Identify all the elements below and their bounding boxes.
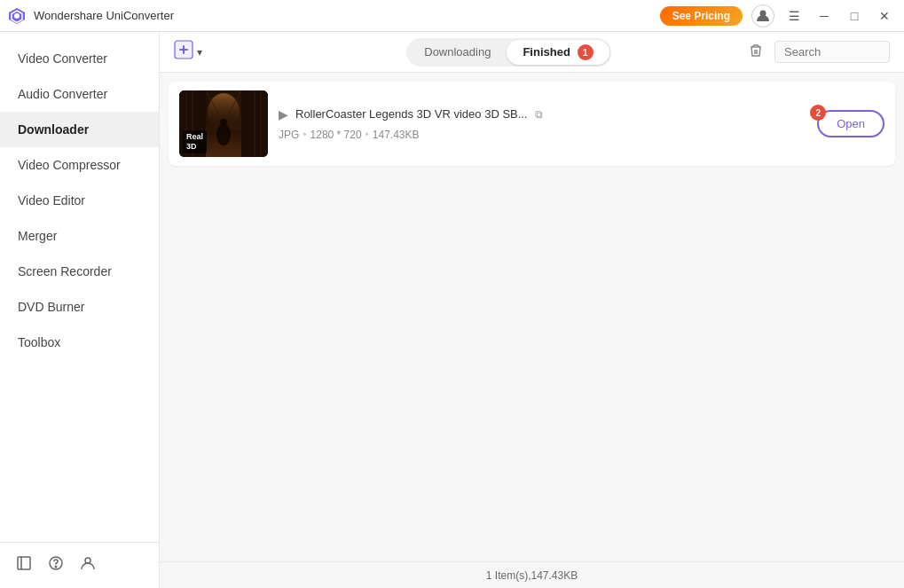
book-icon[interactable] bbox=[16, 555, 32, 576]
external-link-icon[interactable]: ⧉ bbox=[535, 108, 543, 121]
download-list: Real 3D ▶ RollerCoaster Legends 3D VR vi… bbox=[160, 73, 904, 561]
content-area: ▾ Downloading Finished 1 bbox=[160, 32, 904, 588]
account-icon[interactable] bbox=[80, 555, 96, 576]
content-header: ▾ Downloading Finished 1 bbox=[160, 32, 904, 73]
menu-button[interactable]: ☰ bbox=[782, 4, 806, 28]
sidebar-item-video-editor[interactable]: Video Editor bbox=[0, 183, 159, 218]
search-input[interactable] bbox=[774, 41, 890, 63]
sidebar-item-screen-recorder[interactable]: Screen Recorder bbox=[0, 254, 159, 289]
finished-badge: 1 bbox=[578, 44, 593, 60]
add-chevron-icon: ▾ bbox=[197, 46, 202, 59]
video-play-icon: ▶ bbox=[279, 107, 288, 122]
svg-point-2 bbox=[14, 13, 20, 19]
sidebar-bottom bbox=[0, 542, 159, 588]
item-info: ▶ RollerCoaster Legends 3D VR video 3D S… bbox=[279, 107, 806, 141]
help-icon[interactable] bbox=[48, 555, 64, 576]
thumbnail-label: Real 3D bbox=[183, 130, 207, 153]
app-title: Wondershare UniConverter bbox=[34, 9, 660, 22]
open-button[interactable]: 2 Open bbox=[817, 110, 884, 137]
tab-group: Downloading Finished 1 bbox=[406, 38, 610, 67]
item-meta: JPG • 1280 * 720 • 147.43KB bbox=[279, 129, 806, 141]
meta-dot-2: • bbox=[366, 129, 369, 141]
svg-point-23 bbox=[216, 124, 231, 145]
add-download-button[interactable]: ▾ bbox=[174, 40, 202, 64]
tab-finished[interactable]: Finished 1 bbox=[507, 40, 609, 65]
meta-dot-1: • bbox=[303, 129, 306, 141]
header-right bbox=[744, 39, 890, 66]
thumbnail: Real 3D bbox=[179, 90, 268, 157]
item-resolution: 1280 * 720 bbox=[311, 129, 362, 141]
main-content: Video Converter Audio Converter Download… bbox=[0, 32, 904, 588]
see-pricing-button[interactable]: See Pricing bbox=[660, 6, 743, 26]
window-controls: ☰ ─ □ ✕ bbox=[782, 4, 897, 28]
item-size: 147.43KB bbox=[373, 129, 420, 141]
menu-icon: ☰ bbox=[789, 9, 800, 23]
sidebar-item-video-converter[interactable]: Video Converter bbox=[0, 41, 159, 76]
title-bar: Wondershare UniConverter See Pricing ☰ ─… bbox=[0, 0, 904, 32]
user-icon[interactable] bbox=[751, 4, 774, 27]
status-bar: 1 Item(s),147.43KB bbox=[160, 561, 904, 588]
maximize-icon: □ bbox=[851, 9, 858, 23]
sidebar-item-downloader[interactable]: Downloader bbox=[0, 112, 159, 147]
maximize-button[interactable]: □ bbox=[842, 4, 867, 28]
sidebar-item-dvd-burner[interactable]: DVD Burner bbox=[0, 289, 159, 325]
minimize-icon: ─ bbox=[820, 9, 829, 23]
svg-point-8 bbox=[85, 558, 90, 563]
add-download-icon bbox=[174, 40, 193, 64]
svg-rect-4 bbox=[18, 557, 30, 569]
close-button[interactable]: ✕ bbox=[872, 4, 897, 28]
svg-point-24 bbox=[220, 119, 227, 126]
item-title-row: ▶ RollerCoaster Legends 3D VR video 3D S… bbox=[279, 107, 806, 122]
sidebar-item-merger[interactable]: Merger bbox=[0, 218, 159, 254]
item-format: JPG bbox=[279, 129, 299, 141]
sidebar: Video Converter Audio Converter Download… bbox=[0, 32, 160, 588]
delete-icon bbox=[748, 46, 764, 61]
minimize-button[interactable]: ─ bbox=[812, 4, 837, 28]
open-button-badge: 2 bbox=[810, 105, 826, 121]
delete-button[interactable] bbox=[744, 39, 767, 66]
app-logo bbox=[7, 6, 27, 26]
close-icon: ✕ bbox=[879, 9, 890, 23]
tab-downloading[interactable]: Downloading bbox=[408, 40, 507, 65]
item-title: RollerCoaster Legends 3D VR video 3D SB.… bbox=[295, 107, 528, 121]
sidebar-nav: Video Converter Audio Converter Download… bbox=[0, 32, 159, 542]
sidebar-item-toolbox[interactable]: Toolbox bbox=[0, 325, 159, 360]
sidebar-item-video-compressor[interactable]: Video Compressor bbox=[0, 147, 159, 183]
download-item: Real 3D ▶ RollerCoaster Legends 3D VR vi… bbox=[169, 82, 895, 166]
sidebar-item-audio-converter[interactable]: Audio Converter bbox=[0, 76, 159, 112]
status-text: 1 Item(s),147.43KB bbox=[486, 569, 578, 582]
svg-point-7 bbox=[55, 566, 57, 568]
